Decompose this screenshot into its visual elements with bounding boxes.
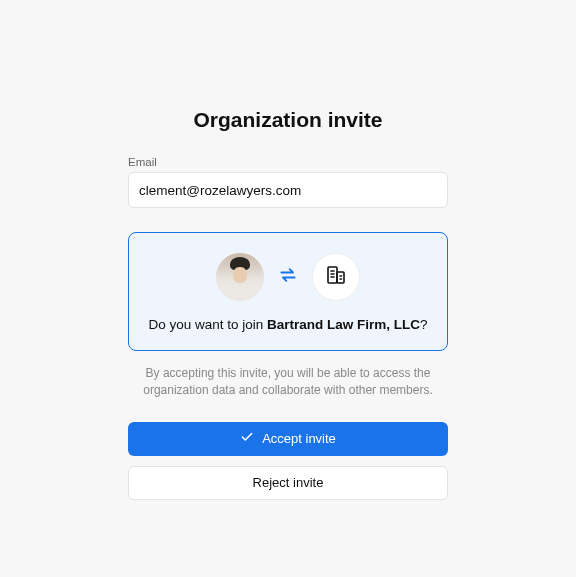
accept-label: Accept invite [262, 431, 336, 446]
prompt-suffix: ? [420, 317, 428, 332]
helper-text: By accepting this invite, you will be ab… [128, 365, 448, 400]
reject-label: Reject invite [253, 475, 324, 490]
reject-invite-button[interactable]: Reject invite [128, 466, 448, 500]
svg-rect-0 [328, 267, 337, 283]
org-name: Bartrand Law Firm, LLC [267, 317, 420, 332]
org-avatar [312, 253, 360, 301]
svg-rect-1 [337, 272, 344, 283]
buildings-icon [324, 263, 348, 291]
action-buttons: Accept invite Reject invite [128, 422, 448, 500]
avatar-org-pair [145, 253, 431, 301]
email-field[interactable] [128, 172, 448, 208]
accept-invite-button[interactable]: Accept invite [128, 422, 448, 456]
invite-preview: Do you want to join Bartrand Law Firm, L… [128, 232, 448, 351]
swap-icon [278, 265, 298, 289]
invite-card: Organization invite Email [128, 108, 448, 500]
user-avatar [216, 253, 264, 301]
page-title: Organization invite [128, 108, 448, 132]
email-label: Email [128, 156, 448, 168]
prompt-prefix: Do you want to join [148, 317, 267, 332]
check-icon [240, 430, 254, 447]
invite-prompt: Do you want to join Bartrand Law Firm, L… [145, 317, 431, 332]
